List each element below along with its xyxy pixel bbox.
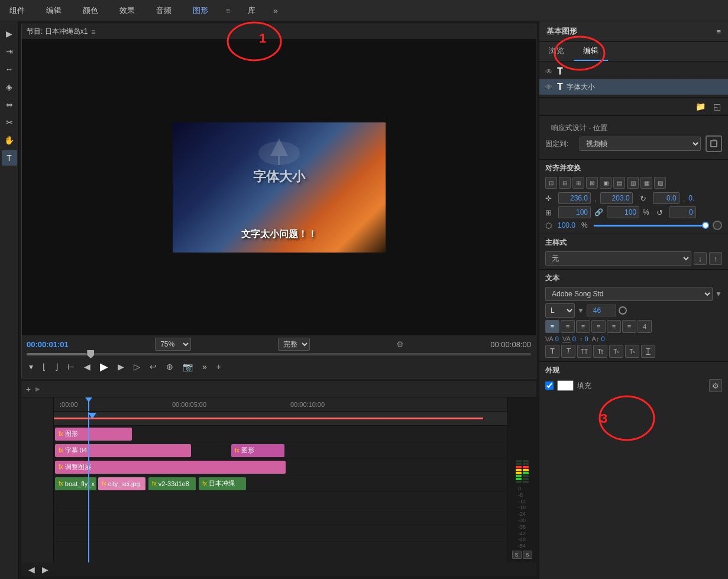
opacity-circle-btn[interactable] <box>713 221 722 230</box>
scale-w-input[interactable] <box>558 206 591 218</box>
panel-menu-icon[interactable]: ≡ <box>716 27 721 36</box>
tl-prev-btn[interactable]: ◀ <box>26 564 37 575</box>
meter-solo-left[interactable]: S <box>512 551 522 559</box>
tab-browse[interactable]: 浏览 <box>539 42 574 61</box>
font-size-circle[interactable] <box>619 306 627 315</box>
mark-in-btn[interactable]: ▾ <box>27 361 35 373</box>
align-justify-left-btn[interactable]: ≡ <box>591 320 606 333</box>
align-left-text-btn[interactable]: ≡ <box>545 320 559 333</box>
layer-vis-0[interactable]: 👁 <box>544 67 554 76</box>
settings-icon[interactable]: ⚙ <box>396 339 404 349</box>
rotate2-input[interactable] <box>669 206 696 218</box>
master-down-btn[interactable]: ↓ <box>694 252 707 265</box>
distribute-center-btn[interactable]: ▦ <box>640 177 652 189</box>
next-edit-btn[interactable]: ⌋ <box>53 361 60 373</box>
fill-color-swatch[interactable] <box>557 380 574 391</box>
clip-caption-04[interactable]: fx 字幕 04 <box>55 444 191 457</box>
font-style-select[interactable]: LRB <box>545 303 575 318</box>
prev-frame-btn[interactable]: ◀ <box>82 361 93 373</box>
align-center-v-btn[interactable]: ▣ <box>600 177 611 189</box>
progress-bar[interactable] <box>27 353 531 355</box>
master-up-btn[interactable]: ↑ <box>709 252 722 265</box>
add-marker-btn[interactable]: ⊕ <box>164 361 176 373</box>
step-back-btn[interactable]: ⊢ <box>65 361 77 373</box>
style-dropdown-icon[interactable]: ▼ <box>577 306 584 315</box>
tool-type[interactable]: T <box>2 150 17 166</box>
rotation-input[interactable] <box>653 192 680 204</box>
next-frame-btn[interactable]: ▶ <box>115 361 127 373</box>
align-justify-center-btn[interactable]: ≡ <box>607 320 621 333</box>
tool-rolling[interactable]: ◈ <box>2 79 17 95</box>
align-left-btn[interactable]: ⊡ <box>545 177 557 189</box>
master-style-select[interactable]: 无 <box>545 251 691 266</box>
tool-track-select[interactable]: ⇥ <box>2 44 17 59</box>
font-size-input[interactable] <box>587 305 616 316</box>
step-fwd-btn[interactable]: ▷ <box>131 361 143 373</box>
clip-city[interactable]: fx city_sci.jpg <box>98 477 145 490</box>
tool-hand[interactable]: ✋ <box>2 132 17 148</box>
tl-next-btn[interactable]: ▶ <box>40 564 51 575</box>
chain-icon[interactable]: 🔗 <box>594 208 603 216</box>
align-right-text-btn[interactable]: ≡ <box>576 320 590 333</box>
export-frame-btn[interactable]: 📷 <box>180 361 195 373</box>
appearance-settings-icon[interactable]: ⚙ <box>709 379 722 392</box>
scale-h-input[interactable] <box>607 206 639 218</box>
distribute-left-btn[interactable]: ▥ <box>627 177 639 189</box>
folder-icon[interactable]: 📁 <box>694 100 707 113</box>
more-transport-btn[interactable]: » <box>200 361 209 373</box>
opacity-slider[interactable] <box>594 225 707 227</box>
clip-graphics-2[interactable]: fx 图形 <box>231 444 284 457</box>
fill-checkbox[interactable] <box>545 381 554 390</box>
more-menus-icon[interactable]: » <box>273 6 278 15</box>
uppercase-btn[interactable]: TT <box>577 345 591 358</box>
meter-solo-right[interactable]: S <box>523 551 532 559</box>
menu-item-color[interactable]: 颜色 <box>79 3 102 18</box>
align-justify-right-btn[interactable]: ≡ <box>622 320 636 333</box>
clip-adjust[interactable]: fx 调整图层 <box>55 461 286 474</box>
tool-select[interactable]: ▶ <box>2 26 17 41</box>
layer-vis-1[interactable]: 👁 <box>544 82 554 92</box>
font-family-select[interactable]: Adobe Song Std <box>545 287 713 301</box>
menu-item-components[interactable]: 组件 <box>6 3 28 18</box>
new-item-icon[interactable]: ◱ <box>710 100 723 113</box>
tool-rate-stretch[interactable]: ⇔ <box>2 97 17 112</box>
menu-item-effects[interactable]: 效果 <box>116 3 138 18</box>
prev-edit-btn[interactable]: ⌊ <box>40 361 48 373</box>
smallcaps-btn[interactable]: Tt <box>593 345 607 358</box>
align-center-h-btn[interactable]: ⊟ <box>559 177 571 189</box>
align-justify-all-btn[interactable]: 4 <box>638 320 652 333</box>
menu-item-library[interactable]: 库 <box>244 3 259 18</box>
tool-razor[interactable]: ✂ <box>2 115 17 130</box>
anchor-icon[interactable] <box>706 135 722 152</box>
menu-item-edit[interactable]: 编辑 <box>43 3 65 18</box>
layer-item-0[interactable]: 👁 T <box>539 64 728 79</box>
zoom-select[interactable]: 75%50%100% <box>155 338 191 351</box>
add-track-btn[interactable]: + <box>214 361 224 373</box>
font-dropdown-icon[interactable]: ▼ <box>715 290 722 298</box>
menu-item-graphics[interactable]: 图形 <box>189 3 212 18</box>
distribute-right-btn[interactable]: ▧ <box>654 177 666 189</box>
loop-btn[interactable]: ↩ <box>147 361 159 373</box>
quality-select[interactable]: 完整1/21/4 <box>278 338 310 351</box>
play-btn[interactable]: ▶ <box>98 359 111 374</box>
tool-ripple[interactable]: ↔ <box>2 62 17 77</box>
position-y-input[interactable]: 203.0 <box>600 192 633 204</box>
subscript-btn[interactable]: Ts <box>625 345 639 358</box>
align-top-btn[interactable]: ⊠ <box>586 177 598 189</box>
timeline-add-btn[interactable]: + <box>24 383 33 395</box>
underline-btn[interactable]: T <box>641 345 655 358</box>
menu-item-audio[interactable]: 音频 <box>153 3 175 18</box>
position-x-input[interactable]: 236.0 <box>558 192 591 204</box>
align-center-text-btn[interactable]: ≡ <box>561 320 575 333</box>
italic-btn[interactable]: T <box>561 345 575 358</box>
clip-graphics[interactable]: fx 图形 <box>55 428 132 441</box>
align-bottom-btn[interactable]: ▤ <box>613 177 625 189</box>
layer-item-1[interactable]: 👁 T 字体大小 <box>539 79 728 95</box>
clip-v2[interactable]: fx v2-33d1e8 <box>148 477 196 490</box>
tab-edit[interactable]: 编辑 <box>574 42 608 61</box>
bold-btn[interactable]: T <box>545 345 559 358</box>
align-right-btn[interactable]: ⊞ <box>572 177 584 189</box>
superscript-btn[interactable]: Ts <box>609 345 623 358</box>
clip-japan[interactable]: fx 日本冲绳 <box>199 477 246 490</box>
fixed-to-select[interactable]: 视频帧 <box>580 137 701 151</box>
